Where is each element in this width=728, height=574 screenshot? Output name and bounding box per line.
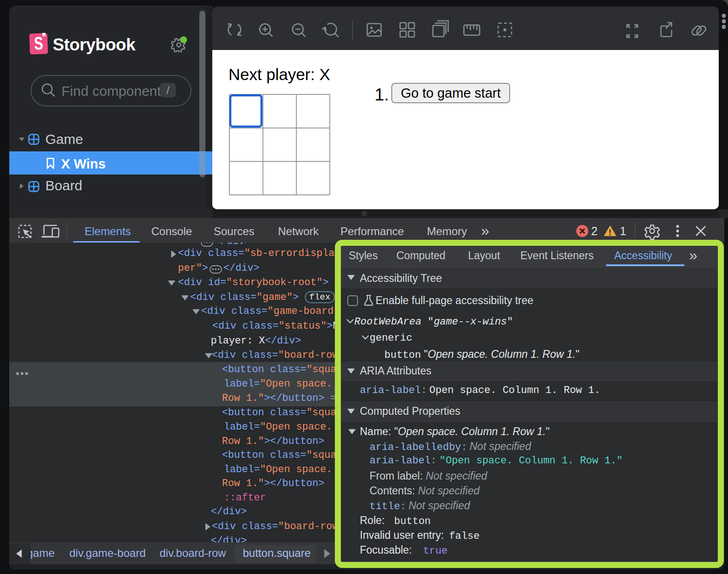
svg-text:2: 2 <box>591 225 598 237</box>
svg-text:1: 1 <box>620 225 626 237</box>
